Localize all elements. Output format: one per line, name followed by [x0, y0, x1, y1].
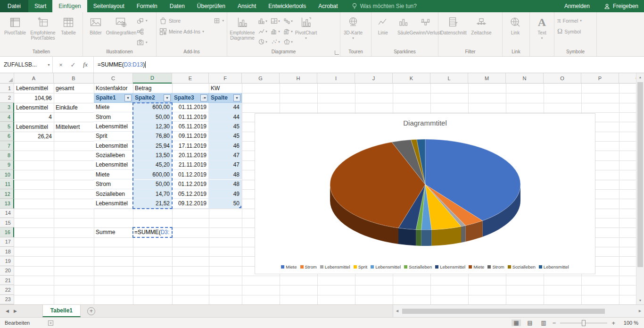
pictures-button[interactable]: Bilder [84, 14, 107, 48]
row-header-15[interactable]: 15 [0, 218, 14, 227]
horizontal-scrollbar-thumb[interactable] [402, 309, 605, 314]
link-button[interactable]: Link [504, 14, 527, 48]
insert-pie-chart-button[interactable]: ▾ [256, 37, 269, 47]
column-header-F[interactable]: F [209, 73, 242, 84]
cell-E11[interactable]: 01.12.2019 [172, 180, 209, 189]
zoom-in-button[interactable]: + [611, 320, 615, 327]
cell-C8[interactable]: Sozialleben [94, 151, 133, 160]
row-header-9[interactable]: 9 [0, 160, 14, 170]
name-box-dropdown-icon[interactable]: ▼ [45, 57, 53, 73]
row-header-12[interactable]: 12 [0, 189, 14, 199]
legend-item-Lebensmittel[interactable]: Lebensmittel [539, 264, 569, 269]
table-header-Spalte[interactable]: Spalte▾ [209, 93, 242, 102]
legend-item-Miete[interactable]: Miete [281, 264, 297, 269]
cell-E9[interactable]: 21.11.2019 [172, 160, 209, 170]
online-pictures-button[interactable]: Onlinegrafiken [107, 14, 135, 48]
cell-A6[interactable]: 26,24 [14, 132, 54, 141]
cell-C10[interactable]: Miete [94, 170, 133, 179]
tab-datei[interactable]: Datei [0, 0, 28, 12]
row-header-18[interactable]: 18 [0, 247, 14, 256]
insert-function-button[interactable]: fx [79, 61, 91, 68]
legend-item-Sozialleben[interactable]: Sozialleben [508, 264, 536, 269]
insert-hierarchy-chart-button[interactable]: ▾ [269, 16, 281, 26]
enter-button[interactable]: ✓ [67, 61, 79, 68]
insert-surface-chart-button[interactable]: ▾ [282, 37, 294, 47]
column-header-O[interactable]: O [544, 73, 581, 84]
legend-item-Miete[interactable]: Miete [469, 264, 484, 269]
shapes-button[interactable]: ▾ [135, 16, 149, 25]
recent-addin-button[interactable]: ▾ [212, 16, 225, 25]
cell-A4[interactable]: 4 [14, 112, 54, 122]
my-addins-button[interactable]: Meine Add-Ins▾ [158, 26, 212, 36]
macro-record-button[interactable] [48, 320, 54, 326]
filter-dropdown-Spalte3[interactable]: ↓▾ [200, 94, 207, 101]
column-header-J[interactable]: J [355, 73, 393, 84]
tab-acrobat[interactable]: Acrobat [312, 0, 344, 12]
formula-input[interactable]: =SUMME(D3:D13) [94, 57, 644, 73]
cell-B5[interactable]: Mittelwert [54, 122, 94, 131]
cell-D13[interactable]: 21,52 [133, 199, 172, 208]
cell-C5[interactable]: Lebensmittel [94, 122, 133, 131]
tab-formeln[interactable]: Formeln [131, 0, 164, 12]
cell-A3[interactable]: Lebensmittel [14, 103, 54, 112]
new-sheet-button[interactable]: + [87, 307, 95, 315]
timeline-button[interactable]: Zeitachse [468, 14, 495, 48]
tab-einfuegen[interactable]: Einfügen [52, 0, 87, 12]
pie-chart-plot[interactable] [255, 114, 595, 274]
insert-waterfall-chart-button[interactable]: ▾ [282, 16, 294, 26]
cell-B1[interactable]: gesamt [54, 84, 94, 93]
zoom-out-button[interactable]: − [553, 320, 556, 327]
store-button[interactable]: Store [158, 16, 212, 25]
insert-scatter-chart-button[interactable]: ▾ [269, 37, 281, 47]
name-box[interactable]: ZUFALLSB... [0, 57, 45, 73]
editing-cell-D16[interactable]: =SUMME(D3: [132, 227, 173, 237]
table-header-Spalte1[interactable]: Spalte1▾ [94, 93, 133, 102]
cell-E4[interactable]: 01.11.2019 [172, 112, 209, 122]
filter-dropdown-Spalte2[interactable]: ▾ [164, 94, 171, 101]
cell-E13[interactable]: 09.12.2019 [172, 199, 209, 208]
row-header-11[interactable]: 11 [0, 180, 14, 189]
cell-E5[interactable]: 05.11.2019 [172, 122, 209, 131]
scroll-down-icon[interactable]: ▼ [636, 296, 644, 304]
tab-daten[interactable]: Daten [164, 0, 191, 12]
row-header-21[interactable]: 21 [0, 276, 14, 285]
slicer-button[interactable]: Datenschnitt [440, 14, 467, 48]
text-button[interactable]: A Text ▾ [531, 14, 553, 48]
column-header-B[interactable]: B [54, 73, 94, 84]
page-break-view-button[interactable]: ▥ [539, 320, 548, 326]
pie-chart-object[interactable]: Diagrammtitel MieteStromLebensmittelSpri… [255, 113, 595, 274]
column-header-H[interactable]: H [280, 73, 317, 84]
sheet-nav-left-icon[interactable]: ◀ [6, 309, 9, 313]
cell-D10[interactable]: 600,00 [133, 170, 172, 179]
cell-F10[interactable]: 48 [209, 170, 242, 179]
chart-title[interactable]: Diagrammtitel [255, 119, 595, 127]
sparkline-winloss-button[interactable]: Gewinn/Verlust [414, 14, 437, 48]
screenshot-button[interactable]: ▾ [135, 37, 149, 47]
normal-view-button[interactable]: ▦ [512, 320, 521, 326]
3d-map-button[interactable]: 3D-Karte ▾ [342, 14, 364, 48]
cell-D9[interactable]: 45,20 [133, 160, 172, 170]
tab-ansicht[interactable]: Ansicht [231, 0, 262, 12]
insert-column-chart-button[interactable]: ▾ [256, 16, 269, 26]
vertical-scrollbar-thumb[interactable] [637, 82, 643, 267]
cell-B3[interactable]: Einkäufe [54, 103, 94, 112]
cell-F4[interactable]: 44 [209, 112, 242, 122]
row-header-16[interactable]: 16 [0, 227, 14, 237]
select-all-button[interactable] [0, 73, 14, 84]
column-header-E[interactable]: E [172, 73, 209, 84]
column-header-D[interactable]: D [133, 73, 172, 84]
table-header-Spalte3[interactable]: Spalte3↓▾ [172, 93, 209, 102]
sheet-tab-tabelle1[interactable]: Tabelle1 [42, 305, 81, 317]
cell-F11[interactable]: 48 [209, 180, 242, 189]
row-header-7[interactable]: 7 [0, 141, 14, 151]
cell-E12[interactable]: 05.12.2019 [172, 189, 209, 199]
cell-E10[interactable]: 01.12.2019 [172, 170, 209, 179]
cell-D6[interactable]: 76,80 [133, 132, 172, 141]
insert-line-chart-button[interactable]: ▾ [256, 26, 269, 36]
cell-C13[interactable]: Lebensmittel [94, 199, 133, 208]
row-header-6[interactable]: 6 [0, 132, 14, 141]
recommended-pivottables-button[interactable]: Empfohlene PivotTables [29, 14, 57, 48]
legend-item-Lebensmittel[interactable]: Lebensmittel [371, 264, 401, 269]
column-header-L[interactable]: L [430, 73, 468, 84]
cell-C16[interactable]: Summe [94, 227, 133, 237]
